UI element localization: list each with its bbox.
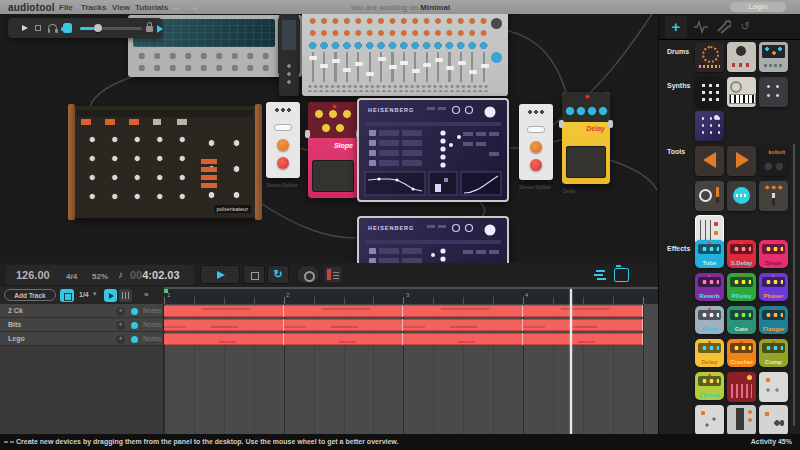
lock-icon[interactable] xyxy=(146,26,153,32)
pattern-play-toggle[interactable] xyxy=(104,289,117,302)
track-name[interactable]: 2 Ck xyxy=(8,307,23,314)
snap-toggle-icon[interactable] xyxy=(60,289,74,302)
track-add-button[interactable]: + xyxy=(116,335,125,344)
device-thumb-fx-delay[interactable]: Delay xyxy=(695,339,724,367)
loop-button[interactable]: ↻ xyxy=(267,265,289,284)
device-thumb-fx-sdelay[interactable]: S.Delay xyxy=(727,240,756,268)
track-color-dot[interactable] xyxy=(131,322,138,329)
device-delay-pedal[interactable]: Delay xyxy=(562,92,610,184)
track-color-dot[interactable] xyxy=(131,308,138,315)
device-stereo-splitter-2[interactable] xyxy=(519,104,553,180)
device-thumb-drum-sampler[interactable] xyxy=(727,42,756,72)
splitter-red-button[interactable] xyxy=(277,157,289,169)
device-thumb-utility-1[interactable] xyxy=(759,372,788,402)
track-row[interactable]: Lego + Notes xyxy=(0,332,163,346)
bpm-display[interactable]: 126.00 xyxy=(16,269,50,281)
device-thumb-fx-chorus[interactable]: Chorus xyxy=(695,372,724,400)
splitter-mode-button[interactable] xyxy=(527,126,545,133)
waveform-tab-icon[interactable] xyxy=(693,20,709,34)
undo-tab-icon[interactable]: ↺ xyxy=(737,20,753,34)
mixer-master-knob[interactable] xyxy=(491,18,502,29)
track-name[interactable]: Lego xyxy=(8,335,25,342)
track-row[interactable]: 2 Ck + Notes xyxy=(0,304,163,318)
device-thumb-oscilloscope[interactable] xyxy=(727,181,756,211)
time-signature[interactable]: 4/4 xyxy=(66,272,77,281)
device-thumb-utility-3[interactable] xyxy=(727,405,756,435)
device-thumb-kobolt[interactable]: kobolt xyxy=(759,146,788,176)
device-thumb-fx-comp[interactable]: Comp xyxy=(759,339,788,367)
track-color-dot[interactable] xyxy=(131,336,138,343)
arrangement-view-icon[interactable] xyxy=(594,268,609,282)
mixer-master-pan-knob[interactable] xyxy=(491,52,502,63)
slope-foot-switch[interactable] xyxy=(312,160,354,192)
device-thumb-input-tool[interactable] xyxy=(695,146,724,176)
device-thumb-bassline[interactable] xyxy=(695,77,724,107)
track-add-button[interactable]: + xyxy=(116,307,125,316)
piano-roll-icon[interactable] xyxy=(325,267,341,282)
fast-forward-icon[interactable]: » xyxy=(144,290,148,299)
delay-foot-switch[interactable] xyxy=(566,146,606,178)
login-button[interactable]: Login xyxy=(730,2,786,12)
shuffle-amount[interactable]: 52% xyxy=(92,272,108,281)
device-thumb-keyboard-synth[interactable] xyxy=(727,77,756,107)
browser-folder-icon[interactable] xyxy=(614,268,629,282)
playhead[interactable] xyxy=(570,289,572,434)
mixer-mute-buttons[interactable] xyxy=(307,84,489,92)
device-thumb-fx-tube[interactable]: Tube xyxy=(695,240,724,268)
device-thumb-merger-tool[interactable] xyxy=(759,181,788,211)
snap-value[interactable]: 1/4 xyxy=(79,291,89,298)
device-thumb-pulverisateur[interactable] xyxy=(759,77,788,107)
add-track-button[interactable]: Add Track xyxy=(4,289,56,301)
track-row[interactable]: Bits + Notes xyxy=(0,318,163,332)
mixer-pan-knobs[interactable] xyxy=(307,40,489,51)
device-thumb-utility-4[interactable] xyxy=(759,405,788,435)
device-thumb-fx-reverb[interactable]: Reverb xyxy=(695,273,724,301)
device-thumb-fx-pdelay[interactable]: PDelay xyxy=(727,273,756,301)
track-add-button[interactable]: + xyxy=(116,321,125,330)
device-thumb-fx-phaser[interactable]: Phaser xyxy=(759,273,788,301)
stop-button[interactable] xyxy=(243,265,265,284)
device-thumb-fx-flanger[interactable]: Flanger xyxy=(759,306,788,334)
device-thumb-gravity-tool[interactable] xyxy=(695,181,724,211)
splitter-orange-button[interactable] xyxy=(277,139,289,151)
device-mixer[interactable] xyxy=(302,14,508,96)
preview-stop-icon[interactable] xyxy=(35,25,41,31)
sidebar-scrollbar[interactable] xyxy=(793,144,796,426)
pulverisateur-osc-buttons[interactable] xyxy=(81,119,201,125)
play-button[interactable] xyxy=(200,265,240,284)
device-thumb-fx-slope[interactable]: Slope xyxy=(759,240,788,268)
track-name[interactable]: Bits xyxy=(8,321,21,328)
device-heisenberg-2[interactable]: HEISENBERG xyxy=(357,216,509,263)
splitter-orange-button[interactable] xyxy=(530,141,542,153)
device-thumb-fx-crusher[interactable]: Crusher xyxy=(727,339,756,367)
device-thumb-utility-2[interactable] xyxy=(695,405,724,435)
device-thumb-tape-machine[interactable] xyxy=(727,372,756,402)
tab-add-devices[interactable]: + xyxy=(665,16,687,38)
track-kind-label[interactable]: Notes xyxy=(143,335,161,342)
splitter-red-button[interactable] xyxy=(530,159,542,171)
snap-caret-icon[interactable]: ▾ xyxy=(93,290,97,298)
headphones-icon[interactable] xyxy=(48,24,57,31)
splitter-mode-button[interactable] xyxy=(274,124,292,131)
device-heisenberg-1[interactable]: HEISENBERG xyxy=(357,98,509,202)
device-thumb-fx-pitch[interactable]: Pitch xyxy=(695,306,724,334)
mixer-master-section[interactable] xyxy=(489,16,504,90)
track-kind-label[interactable]: Notes xyxy=(143,321,161,328)
mixer-gain-knobs[interactable] xyxy=(307,16,489,26)
pattern-piano-toggle[interactable] xyxy=(119,289,132,302)
record-button[interactable] xyxy=(296,265,320,284)
volume-slider-knob[interactable] xyxy=(94,24,102,32)
mixer-fader-caps[interactable] xyxy=(309,56,317,60)
wrench-tab-icon[interactable] xyxy=(715,20,731,34)
device-stereo-splitter-1[interactable] xyxy=(266,102,300,178)
preview-play-icon[interactable] xyxy=(22,25,28,31)
pulverisateur-preset-buttons[interactable] xyxy=(201,158,217,188)
device-slope-pedal[interactable]: Slope xyxy=(308,102,358,198)
device-narrow-module[interactable] xyxy=(279,14,299,96)
device-thumb-beatbox[interactable] xyxy=(759,42,788,72)
mixer-fader-slots[interactable] xyxy=(307,52,489,82)
device-pulverisateur[interactable]: pulverisateur xyxy=(73,106,257,218)
device-thumb-output-tool[interactable] xyxy=(727,146,756,176)
teal-synth-knobs[interactable] xyxy=(134,50,274,74)
mixer-aux-knobs[interactable] xyxy=(307,28,489,38)
